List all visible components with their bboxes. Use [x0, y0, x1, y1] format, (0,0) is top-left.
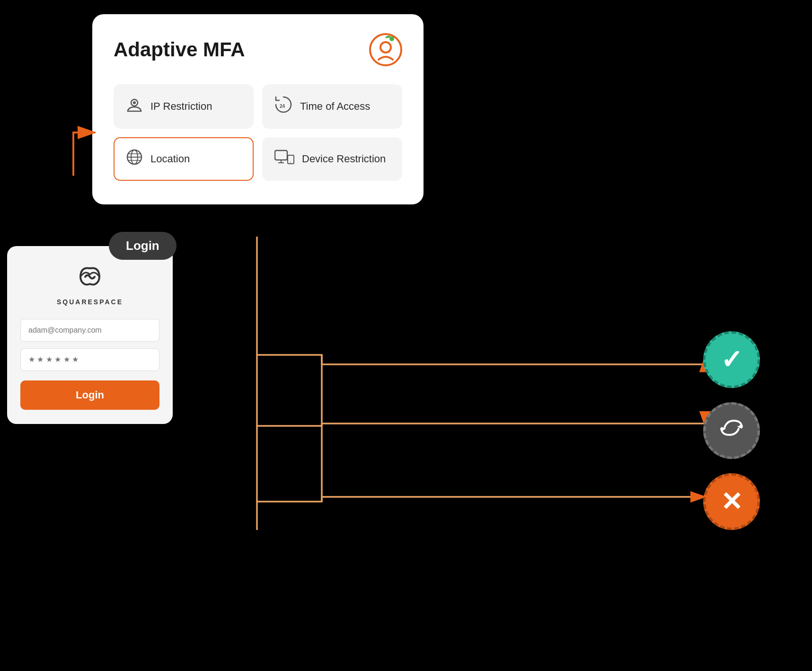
login-button[interactable]: Login [20, 380, 159, 410]
ip-restriction-label: IP Restriction [150, 100, 212, 113]
svg-marker-20 [737, 424, 742, 429]
clock-24-icon: 24 [274, 96, 292, 117]
svg-point-4 [133, 101, 136, 104]
svg-point-1 [380, 42, 391, 53]
checkmark-icon: ✓ [721, 344, 742, 375]
svg-text:24: 24 [280, 104, 285, 109]
squarespace-logo-icon [71, 260, 109, 293]
svg-point-0 [370, 34, 401, 65]
success-result: ✓ [703, 331, 760, 388]
mfa-logo-icon [369, 33, 402, 66]
mfa-title: Adaptive MFA [114, 38, 245, 61]
mfa-card: Adaptive MFA IP Restriction [92, 14, 424, 204]
deny-result: ✕ [703, 473, 760, 530]
device-restriction-label: Device Restriction [302, 152, 386, 166]
devices-icon [274, 149, 294, 169]
mfa-icon [717, 414, 746, 448]
login-logo-area: SQUARESPACE [20, 260, 159, 306]
mfa-item-location[interactable]: Location [114, 137, 254, 181]
person-pin-icon [126, 96, 143, 117]
mfa-item-ip-restriction[interactable]: IP Restriction [114, 84, 254, 129]
globe-icon [126, 149, 143, 169]
location-label: Location [150, 152, 190, 166]
email-input[interactable] [20, 319, 159, 342]
cross-icon: ✕ [721, 486, 742, 517]
mfa-item-time-of-access[interactable]: 24 Time of Access [262, 84, 402, 129]
mfa-header: Adaptive MFA [114, 33, 402, 66]
mfa-result [703, 402, 760, 459]
brand-label: SQUARESPACE [57, 298, 123, 306]
svg-rect-11 [275, 150, 287, 160]
password-input[interactable] [20, 348, 159, 371]
login-badge: Login [109, 232, 177, 260]
mfa-item-device-restriction[interactable]: Device Restriction [262, 137, 402, 181]
svg-point-2 [389, 36, 394, 41]
login-card: SQUARESPACE Login [7, 246, 173, 424]
mfa-grid: IP Restriction 24 Time of Access [114, 84, 402, 181]
time-of-access-label: Time of Access [300, 100, 370, 113]
